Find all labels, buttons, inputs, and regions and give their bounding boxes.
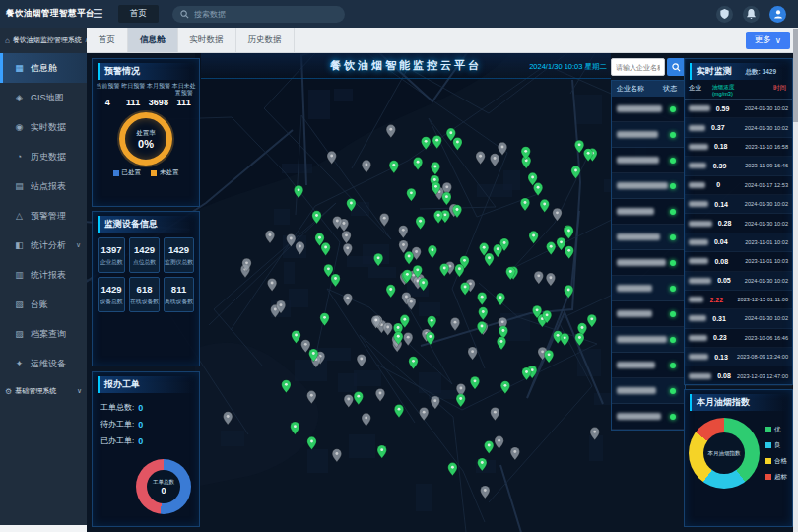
device-stat: 1429设备总数 <box>98 277 125 312</box>
warning-panel: 预警情况 当前预警4昨日预警111本月预警3698本日未处置预警111 处置率 … <box>92 58 200 207</box>
realtime-row[interactable]: 0.052024-01-30 10:02 <box>685 272 792 291</box>
gauge-value: 0% <box>138 138 154 150</box>
company-status-header: 状态 <box>663 84 685 94</box>
company-name-redacted <box>617 336 667 343</box>
breadcrumb-tab[interactable]: 首页 <box>118 5 159 23</box>
legend-swatch <box>765 474 771 480</box>
device-stat: 618在线设备数 <box>129 277 160 312</box>
concentration-value: 0.28 <box>714 220 736 227</box>
company-row[interactable] <box>612 199 685 225</box>
tab-1[interactable]: 信息舱 <box>128 28 178 52</box>
realtime-row[interactable]: 0.182023-11-10 16:58 <box>685 138 792 157</box>
timestamp: 2024-01-30 10:02 <box>732 201 788 207</box>
realtime-row[interactable]: 0.142024-01-30 10:02 <box>685 195 792 214</box>
company-name-redacted <box>689 373 711 379</box>
company-row[interactable] <box>612 148 685 173</box>
tab-3[interactable]: 历史数据 <box>236 28 295 52</box>
realtime-row[interactable]: 0.132023-08-09 13:24:00 <box>685 348 792 366</box>
company-row[interactable] <box>612 327 685 353</box>
company-row[interactable] <box>612 122 685 148</box>
tab-2[interactable]: 实时数据 <box>178 28 236 52</box>
company-name-redacted <box>689 278 711 284</box>
realtime-total: 总数: 1429 <box>746 68 776 77</box>
legend-label: 良 <box>774 441 781 450</box>
company-row[interactable] <box>612 378 685 404</box>
workorder-donut-value: 0 <box>161 486 166 496</box>
company-search-input[interactable] <box>611 58 665 76</box>
sidebar-item-6[interactable]: ◧统计分析∨ <box>0 231 87 260</box>
company-row[interactable] <box>612 301 685 327</box>
realtime-row[interactable]: 0.082023-11-01 10:03 <box>685 252 792 271</box>
warning-stats: 当前预警4昨日预警111本月预警3698本日未处置预警111 <box>93 83 199 107</box>
company-row[interactable] <box>612 353 685 378</box>
bell-icon[interactable] <box>743 6 760 23</box>
menu-toggle-icon[interactable]: ☰ <box>93 0 108 28</box>
status-dot-online <box>670 234 676 240</box>
concentration-value: 0.08 <box>710 258 732 265</box>
chevron-down-icon: ∨ <box>775 35 781 45</box>
workorder-label: 待办工单: <box>100 419 134 430</box>
workorder-value: 0 <box>138 420 143 430</box>
sidebar-item-10[interactable]: ✦运维设备 <box>0 349 87 378</box>
status-dot-online <box>670 363 676 368</box>
realtime-row[interactable]: 0.232023-10-06 16:46 <box>685 329 792 348</box>
company-name-redacted <box>617 233 660 240</box>
warning-stat-label: 当前预警 <box>96 83 120 97</box>
realtime-row[interactable]: 0.372024-01-30 10:02 <box>685 118 792 137</box>
timestamp: 2024-01-30 10:02 <box>735 278 788 284</box>
timestamp: 2024-01-30 10:02 <box>736 221 788 227</box>
realtime-row[interactable]: 0.592024-01-30 10:02 <box>685 100 792 118</box>
search-input[interactable] <box>194 10 337 19</box>
company-name-redacted <box>617 259 666 266</box>
site-report-icon: ▤ <box>14 181 25 191</box>
warning-stat-value: 4 <box>96 98 120 107</box>
sidebar-section-bottom[interactable]: ⚙ 基础管理系统 ∨ <box>0 378 87 404</box>
map-icon: ◈ <box>14 93 25 102</box>
realtime-panel: 实时监测 总数: 1429 企业 油烟浓度(mg/m3) 时间 0.592024… <box>684 58 793 385</box>
sidebar-item-8[interactable]: ▧台账 <box>0 290 87 319</box>
realtime-row[interactable]: 0.312024-01-30 10:02 <box>685 309 792 328</box>
realtime-row[interactable]: 02024-01-17 12:53 <box>685 176 792 195</box>
company-row[interactable] <box>612 276 685 301</box>
sidebar-section-top[interactable]: ⌂ 餐饮油烟监控管理系统 ∧ <box>0 28 87 53</box>
realtime-row[interactable]: 0.082023-12-03 12:47:00 <box>685 366 792 385</box>
realtime-row[interactable]: 0.392023-11-09 16:46 <box>685 157 792 175</box>
company-row[interactable] <box>612 97 685 122</box>
device-stat: 1429监测仪总数 <box>164 237 194 273</box>
company-row[interactable] <box>612 225 685 250</box>
tab-0[interactable]: 首页 <box>87 28 128 52</box>
more-button[interactable]: 更多 ∨ <box>746 32 790 49</box>
sidebar-item-9[interactable]: ▨档案查询 <box>0 319 87 349</box>
vertical-scrollbar[interactable] <box>793 28 798 532</box>
sidebar-item-label: 信息舱 <box>31 62 57 75</box>
ledger-icon: ▧ <box>14 299 25 309</box>
concentration-value: 0.59 <box>712 105 734 112</box>
sidebar-item-3[interactable]: ◔历史数据 <box>0 142 87 171</box>
scrollbar-thumb[interactable] <box>793 29 798 122</box>
sidebar-item-5[interactable]: △预警管理 <box>0 201 87 231</box>
company-row[interactable] <box>612 250 685 276</box>
workorder-label: 已办工单: <box>100 435 134 446</box>
sidebar-item-label: 统计报表 <box>31 269 66 282</box>
sidebar-item-4[interactable]: ▤站点报表 <box>0 171 87 201</box>
company-row[interactable] <box>612 404 685 430</box>
sidebar-item-7[interactable]: ▥统计报表 <box>0 260 87 290</box>
topbar-search[interactable] <box>172 6 345 23</box>
realtime-row[interactable]: 0.282024-01-30 10:02 <box>685 214 792 233</box>
timestamp: 2024-01-17 12:53 <box>729 182 788 188</box>
status-dot-online <box>670 337 676 343</box>
timestamp: 2023-08-09 13:24:00 <box>732 354 788 360</box>
badge-icon[interactable] <box>716 6 733 23</box>
device-stat: 1429点位总数 <box>129 237 160 273</box>
realtime-row[interactable]: 0.042023-11-01 10:02 <box>685 233 792 252</box>
sidebar-item-1[interactable]: ◈GIS地图 <box>0 83 87 112</box>
more-button-label: 更多 <box>755 34 771 46</box>
company-row[interactable] <box>612 173 685 199</box>
user-avatar[interactable] <box>769 6 786 23</box>
gear-icon: ⚙ <box>5 387 12 396</box>
sidebar-item-2[interactable]: ◉实时数据 <box>0 112 87 142</box>
breadcrumb-label: 首页 <box>130 8 147 20</box>
concentration-value: 0.05 <box>713 277 735 284</box>
realtime-row[interactable]: 2.222023-12-15 01:11:00 <box>685 291 792 309</box>
sidebar-item-0[interactable]: ▦信息舱 <box>0 53 87 83</box>
